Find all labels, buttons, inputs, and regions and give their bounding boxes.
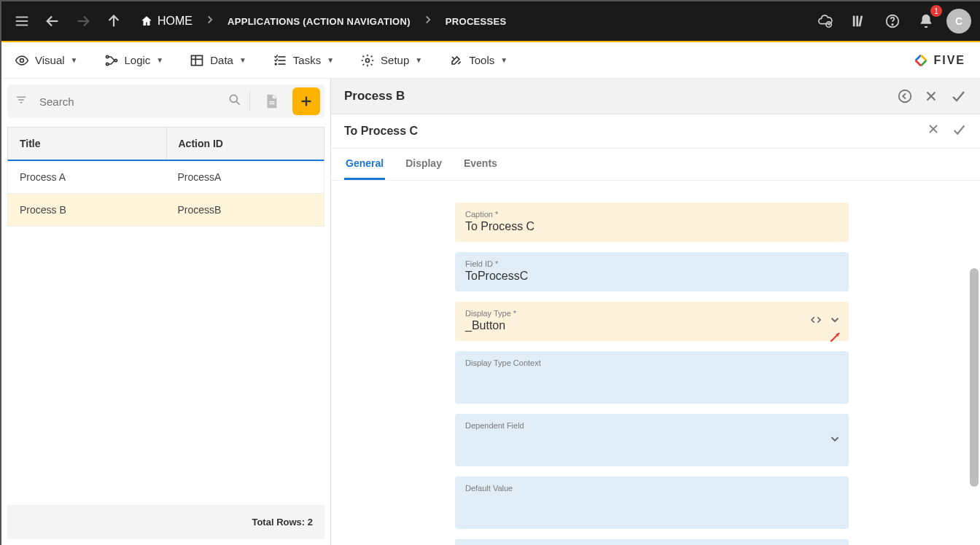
search-input[interactable] [35, 88, 223, 115]
breadcrumb-applications[interactable]: APPLICATIONS (ACTION NAVIGATION) [223, 13, 415, 30]
detail-header: Process B [331, 79, 980, 114]
field-label: Display Type Context [465, 358, 839, 367]
divider [249, 91, 250, 111]
breadcrumb-home-label: HOME [158, 15, 192, 28]
notification-badge: 1 [930, 5, 942, 17]
breadcrumb-processes[interactable]: PROCESSES [441, 13, 511, 30]
field-display-type-context[interactable]: Display Type Context [455, 351, 849, 404]
field-value: _Button [465, 319, 839, 334]
field-display-type[interactable]: Display Type * _Button [455, 302, 849, 341]
breadcrumb-home[interactable]: HOME [136, 8, 197, 34]
svg-rect-7 [853, 16, 855, 27]
svg-point-23 [366, 58, 370, 62]
brand-text: FIVE [933, 54, 965, 67]
up-icon[interactable] [101, 8, 127, 34]
detail-header-actions [897, 87, 967, 105]
filter-icon[interactable] [12, 93, 31, 109]
svg-rect-9 [858, 16, 863, 27]
form-inner: Caption * To Process C Field ID * ToProc… [455, 203, 849, 545]
field-label: Caption * [465, 210, 839, 219]
close-icon[interactable] [926, 122, 941, 141]
tab-general[interactable]: General [344, 149, 385, 180]
code-icon[interactable] [809, 313, 822, 329]
row-title: Process A [8, 161, 166, 193]
forward-icon [70, 8, 96, 34]
row-action-id: ProcessB [166, 194, 324, 226]
scrollbar-thumb[interactable] [970, 268, 979, 487]
scrollbar[interactable] [970, 268, 979, 487]
field-field-data[interactable]: Field Data Click to set field data [455, 539, 849, 545]
tabs: General Display Events [331, 149, 980, 181]
toolbar-data-label: Data [210, 54, 233, 66]
cloud-sync-icon[interactable] [812, 8, 839, 34]
back-icon[interactable] [39, 8, 66, 34]
list-footer: Total Rows: 2 [7, 505, 324, 539]
chevron-down-icon[interactable] [828, 433, 841, 448]
svg-point-11 [892, 24, 892, 25]
brand-logo: FIVE [913, 52, 965, 68]
document-button[interactable] [257, 87, 285, 115]
tab-events[interactable]: Events [462, 149, 499, 180]
sub-header-actions [926, 122, 967, 141]
main-toolbar: Visual▼ Logic▼ Data▼ Tasks▼ Setup▼ Tools… [1, 42, 980, 79]
field-default-value[interactable]: Default Value [455, 477, 849, 529]
chevron-down-icon[interactable] [828, 313, 841, 329]
library-icon[interactable] [846, 8, 872, 34]
search-icon[interactable] [228, 93, 242, 110]
chevron-right-icon [201, 13, 219, 29]
field-value: To Process C [465, 220, 839, 235]
field-label: Default Value [465, 484, 839, 493]
help-icon[interactable] [879, 8, 906, 34]
col-title[interactable]: Title [8, 128, 166, 160]
svg-point-33 [899, 90, 911, 103]
field-value [465, 431, 839, 446]
search-row [7, 85, 324, 118]
toolbar-setup-label: Setup [381, 54, 409, 66]
topbar-left: HOME APPLICATIONS (ACTION NAVIGATION) PR… [9, 8, 510, 34]
confirm-icon[interactable] [951, 122, 967, 141]
workspace: Title Action ID Process A ProcessA Proce… [1, 79, 980, 545]
toolbar-logic[interactable]: Logic▼ [104, 53, 164, 68]
toolbar-data[interactable]: Data▼ [190, 53, 246, 68]
notifications-icon[interactable]: 1 [913, 8, 939, 34]
table-row[interactable]: Process A ProcessA [7, 160, 324, 194]
topbar-right: 1 C [812, 8, 971, 34]
toolbar-tasks-label: Tasks [293, 54, 321, 66]
tab-display[interactable]: Display [404, 149, 443, 180]
svg-point-13 [106, 55, 108, 58]
left-pane: Title Action ID Process A ProcessA Proce… [1, 79, 331, 545]
svg-line-28 [236, 101, 240, 105]
row-title: Process B [8, 194, 166, 226]
back-circle-icon[interactable] [897, 87, 913, 105]
col-action-id[interactable]: Action ID [166, 128, 324, 160]
app-topbar: HOME APPLICATIONS (ACTION NAVIGATION) PR… [1, 1, 980, 41]
field-field-id[interactable]: Field ID * ToProcessC [455, 252, 849, 291]
table-header: Title Action ID [7, 127, 324, 160]
svg-point-14 [106, 63, 108, 65]
form-area: Caption * To Process C Field ID * ToProc… [331, 181, 980, 545]
chevron-right-icon [419, 13, 437, 29]
breadcrumb: HOME APPLICATIONS (ACTION NAVIGATION) PR… [136, 8, 510, 34]
toolbar-visual-label: Visual [35, 54, 65, 66]
toolbar-visual[interactable]: Visual▼ [15, 53, 78, 68]
menu-icon[interactable] [9, 8, 35, 34]
field-label: Dependent Field [465, 421, 839, 430]
toolbar-tools[interactable]: Tools▼ [448, 53, 508, 68]
toolbar-setup[interactable]: Setup▼ [360, 53, 422, 68]
right-pane: Process B To Process C [331, 79, 980, 545]
avatar[interactable]: C [946, 9, 971, 34]
detail-title: Process B [344, 89, 405, 103]
table-row[interactable]: Process B ProcessB [7, 194, 324, 227]
field-value [465, 369, 839, 383]
close-icon[interactable] [923, 87, 939, 105]
svg-rect-30 [269, 103, 274, 104]
svg-point-27 [230, 95, 237, 102]
svg-rect-16 [192, 55, 203, 65]
svg-rect-29 [269, 101, 274, 102]
field-caption[interactable]: Caption * To Process C [455, 203, 849, 242]
field-dependent-field[interactable]: Dependent Field [455, 414, 849, 466]
toolbar-tasks[interactable]: Tasks▼ [273, 53, 334, 68]
confirm-icon[interactable] [949, 87, 967, 105]
add-button[interactable] [292, 87, 320, 115]
toolbar-logic-label: Logic [125, 54, 151, 66]
